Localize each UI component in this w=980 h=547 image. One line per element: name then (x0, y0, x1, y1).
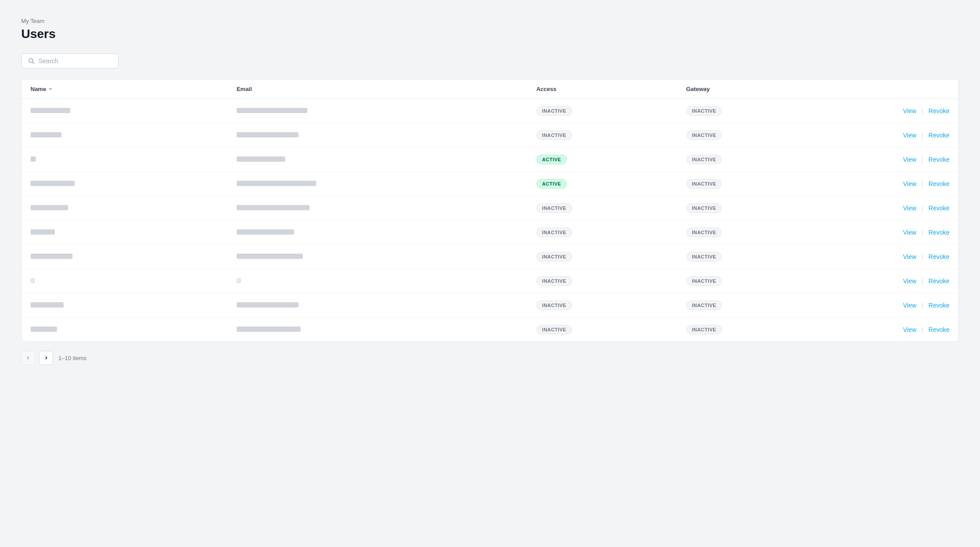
cell-name (22, 293, 228, 318)
cell-actions: View | Revoke (827, 172, 958, 196)
revoke-link[interactable]: Revoke (929, 326, 949, 333)
cell-gateway: INACTIVE (678, 196, 827, 220)
table-row: INACTIVE INACTIVE View | Revoke (22, 220, 958, 245)
access-badge: ACTIVE (536, 155, 567, 164)
cell-email (228, 269, 528, 293)
table-row: INACTIVE INACTIVE View | Revoke (22, 269, 958, 293)
table-row: ACTIVE INACTIVE View | Revoke (22, 148, 958, 172)
column-header-access: Access (528, 80, 678, 99)
cell-name (22, 220, 228, 245)
view-link[interactable]: View (903, 132, 916, 139)
table-row: INACTIVE INACTIVE View | Revoke (22, 196, 958, 220)
action-separator: | (922, 132, 923, 139)
action-separator: | (922, 302, 923, 309)
cell-gateway: INACTIVE (678, 293, 827, 318)
table-row: INACTIVE INACTIVE View | Revoke (22, 245, 958, 269)
view-link[interactable]: View (903, 277, 916, 285)
cell-name (22, 196, 228, 220)
view-link[interactable]: View (903, 180, 916, 187)
cell-access: INACTIVE (528, 245, 678, 269)
cell-name (22, 269, 228, 293)
users-table-container: Name Email Access Gateway (21, 79, 959, 342)
column-header-name[interactable]: Name (22, 80, 228, 99)
revoke-link[interactable]: Revoke (929, 253, 949, 260)
search-icon (28, 57, 35, 65)
cell-email (228, 148, 528, 172)
action-separator: | (922, 326, 923, 333)
table-row: INACTIVE INACTIVE View | Revoke (22, 293, 958, 318)
action-separator: | (922, 205, 923, 212)
gateway-badge: INACTIVE (686, 325, 722, 334)
cell-actions: View | Revoke (827, 148, 958, 172)
revoke-link[interactable]: Revoke (929, 132, 949, 139)
cell-gateway: INACTIVE (678, 245, 827, 269)
access-badge: INACTIVE (536, 325, 572, 334)
view-link[interactable]: View (903, 253, 916, 260)
table-row: INACTIVE INACTIVE View | Revoke (22, 123, 958, 148)
gateway-badge: INACTIVE (686, 106, 722, 116)
gateway-badge: INACTIVE (686, 228, 722, 237)
search-box (21, 53, 119, 68)
revoke-link[interactable]: Revoke (929, 302, 949, 309)
cell-access: ACTIVE (528, 148, 678, 172)
cell-actions: View | Revoke (827, 220, 958, 245)
action-separator: | (922, 156, 923, 163)
cell-email (228, 123, 528, 148)
sort-icon (48, 87, 53, 92)
cell-gateway: INACTIVE (678, 269, 827, 293)
table-row: ACTIVE INACTIVE View | Revoke (22, 172, 958, 196)
cell-gateway: INACTIVE (678, 123, 827, 148)
column-header-gateway: Gateway (678, 80, 827, 99)
revoke-link[interactable]: Revoke (929, 277, 949, 285)
action-separator: | (922, 180, 923, 187)
view-link[interactable]: View (903, 107, 916, 114)
gateway-badge: INACTIVE (686, 252, 722, 262)
view-link[interactable]: View (903, 156, 916, 163)
search-input[interactable] (38, 57, 112, 65)
cell-gateway: INACTIVE (678, 172, 827, 196)
access-badge: INACTIVE (536, 130, 572, 140)
gateway-badge: INACTIVE (686, 276, 722, 286)
cell-name (22, 245, 228, 269)
cell-actions: View | Revoke (827, 318, 958, 342)
access-badge: INACTIVE (536, 252, 572, 262)
cell-email (228, 245, 528, 269)
view-link[interactable]: View (903, 302, 916, 309)
view-link[interactable]: View (903, 229, 916, 236)
table-row: INACTIVE INACTIVE View | Revoke (22, 318, 958, 342)
table-header-row: Name Email Access Gateway (22, 80, 958, 99)
cell-email (228, 172, 528, 196)
cell-gateway: INACTIVE (678, 318, 827, 342)
action-separator: | (922, 277, 923, 285)
pagination: 1–10 items (21, 351, 959, 365)
cell-email (228, 99, 528, 123)
cell-name (22, 99, 228, 123)
revoke-link[interactable]: Revoke (929, 180, 949, 187)
cell-gateway: INACTIVE (678, 99, 827, 123)
cell-access: INACTIVE (528, 196, 678, 220)
page-title: Users (21, 27, 959, 41)
revoke-link[interactable]: Revoke (929, 229, 949, 236)
view-link[interactable]: View (903, 326, 916, 333)
cell-access: INACTIVE (528, 123, 678, 148)
pagination-info: 1–10 items (58, 355, 87, 361)
view-link[interactable]: View (903, 205, 916, 212)
revoke-link[interactable]: Revoke (929, 107, 949, 114)
revoke-link[interactable]: Revoke (929, 205, 949, 212)
gateway-badge: INACTIVE (686, 155, 722, 164)
gateway-badge: INACTIVE (686, 203, 722, 213)
cell-email (228, 318, 528, 342)
cell-access: ACTIVE (528, 172, 678, 196)
breadcrumb: My Team (21, 18, 959, 24)
prev-page-button[interactable] (21, 351, 35, 365)
action-separator: | (922, 229, 923, 236)
access-badge: INACTIVE (536, 276, 572, 286)
next-page-button[interactable] (39, 351, 53, 365)
action-separator: | (922, 107, 923, 114)
access-badge: ACTIVE (536, 179, 567, 189)
cell-access: INACTIVE (528, 220, 678, 245)
cell-actions: View | Revoke (827, 196, 958, 220)
revoke-link[interactable]: Revoke (929, 156, 949, 163)
cell-actions: View | Revoke (827, 293, 958, 318)
cell-name (22, 318, 228, 342)
